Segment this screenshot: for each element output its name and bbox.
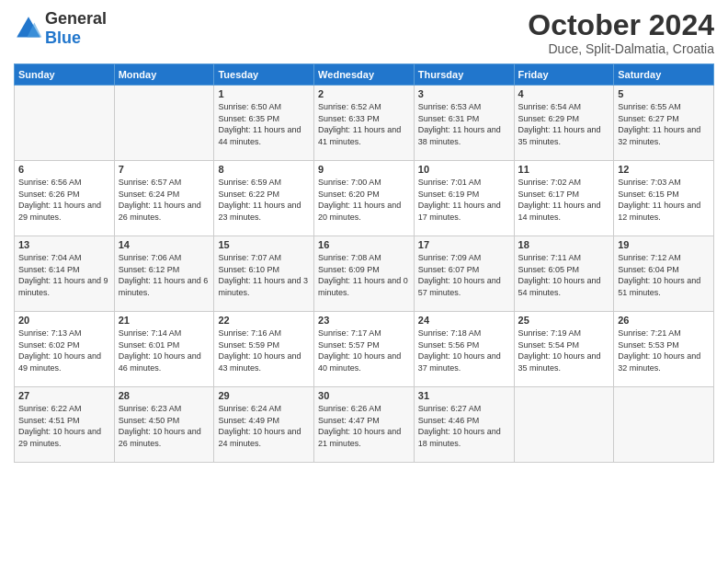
day-info: Sunrise: 7:18 AMSunset: 5:56 PMDaylight:…: [418, 327, 510, 373]
day-number: 8: [218, 164, 310, 175]
calendar-cell: 21Sunrise: 7:14 AMSunset: 6:01 PMDayligh…: [114, 312, 214, 387]
day-info: Sunrise: 7:06 AMSunset: 6:12 PMDaylight:…: [119, 252, 210, 298]
day-number: 27: [18, 390, 110, 401]
sunset: Sunset: 5:59 PM: [218, 340, 279, 350]
daylight: Daylight: 10 hours and 29 minutes.: [18, 427, 101, 448]
daylight: Daylight: 11 hours and 38 minutes.: [418, 125, 501, 146]
sunset: Sunset: 6:09 PM: [318, 265, 380, 274]
sunrise: Sunrise: 7:13 AM: [18, 328, 82, 338]
sunrise: Sunrise: 6:52 AM: [318, 102, 381, 111]
sunrise: Sunrise: 6:26 AM: [318, 404, 381, 413]
daylight: Daylight: 11 hours and 35 minutes.: [518, 125, 601, 146]
daylight: Daylight: 10 hours and 40 minutes.: [318, 351, 401, 373]
location: Duce, Split-Dalmatia, Croatia: [528, 41, 714, 56]
day-info: Sunrise: 6:53 AMSunset: 6:31 PMDaylight:…: [418, 101, 510, 147]
daylight: Daylight: 11 hours and 12 minutes.: [618, 201, 700, 222]
day-number: 17: [418, 239, 510, 250]
day-header-friday: Friday: [514, 64, 614, 86]
week-row-1: 1Sunrise: 6:50 AMSunset: 6:35 PMDaylight…: [15, 86, 714, 161]
day-info: Sunrise: 7:11 AMSunset: 6:05 PMDaylight:…: [518, 252, 610, 298]
day-number: 6: [18, 164, 110, 175]
day-info: Sunrise: 6:57 AMSunset: 6:24 PMDaylight:…: [119, 177, 210, 223]
daylight: Daylight: 10 hours and 54 minutes.: [518, 276, 601, 297]
daylight: Daylight: 10 hours and 21 minutes.: [318, 427, 401, 448]
calendar-cell: 19Sunrise: 7:12 AMSunset: 6:04 PMDayligh…: [614, 236, 714, 312]
day-info: Sunrise: 6:26 AMSunset: 4:47 PMDaylight:…: [318, 403, 410, 449]
sunrise: Sunrise: 7:02 AM: [518, 178, 582, 187]
day-number: 4: [518, 88, 610, 99]
calendar-cell: 13Sunrise: 7:04 AMSunset: 6:14 PMDayligh…: [15, 236, 115, 312]
daylight: Daylight: 11 hours and 41 minutes.: [318, 125, 401, 146]
day-header-sunday: Sunday: [15, 64, 115, 86]
sunset: Sunset: 6:20 PM: [318, 190, 380, 199]
sunrise: Sunrise: 7:09 AM: [418, 253, 482, 262]
day-info: Sunrise: 7:17 AMSunset: 5:57 PMDaylight:…: [318, 327, 410, 373]
day-number: 12: [618, 164, 710, 175]
day-info: Sunrise: 7:07 AMSunset: 6:10 PMDaylight:…: [218, 252, 310, 298]
day-info: Sunrise: 6:52 AMSunset: 6:33 PMDaylight:…: [318, 101, 410, 147]
sunset: Sunset: 4:49 PM: [218, 416, 279, 425]
day-info: Sunrise: 7:09 AMSunset: 6:07 PMDaylight:…: [418, 252, 510, 298]
sunset: Sunset: 4:47 PM: [318, 416, 380, 425]
day-info: Sunrise: 6:23 AMSunset: 4:50 PMDaylight:…: [119, 403, 210, 449]
calendar-cell: 28Sunrise: 6:23 AMSunset: 4:50 PMDayligh…: [114, 387, 214, 463]
sunset: Sunset: 6:24 PM: [119, 190, 180, 199]
daylight: Daylight: 10 hours and 49 minutes.: [18, 351, 101, 373]
daylight: Daylight: 11 hours and 29 minutes.: [18, 201, 101, 222]
day-number: 11: [518, 164, 610, 175]
day-number: 21: [119, 315, 210, 326]
calendar-cell: [514, 387, 614, 463]
sunset: Sunset: 6:14 PM: [18, 265, 80, 274]
daylight: Daylight: 11 hours and 6 minutes.: [119, 276, 209, 297]
calendar-cell: 24Sunrise: 7:18 AMSunset: 5:56 PMDayligh…: [414, 312, 514, 387]
sunrise: Sunrise: 7:14 AM: [119, 328, 182, 338]
logo-blue: Blue: [45, 29, 81, 47]
day-info: Sunrise: 7:19 AMSunset: 5:54 PMDaylight:…: [518, 327, 610, 373]
week-row-5: 27Sunrise: 6:22 AMSunset: 4:51 PMDayligh…: [15, 387, 714, 463]
calendar-cell: 3Sunrise: 6:53 AMSunset: 6:31 PMDaylight…: [414, 86, 514, 161]
daylight: Daylight: 10 hours and 24 minutes.: [218, 427, 301, 448]
sunset: Sunset: 5:53 PM: [618, 340, 679, 350]
sunrise: Sunrise: 7:07 AM: [218, 253, 281, 262]
day-info: Sunrise: 6:59 AMSunset: 6:22 PMDaylight:…: [218, 177, 310, 223]
sunset: Sunset: 4:46 PM: [418, 416, 480, 425]
calendar-cell: 11Sunrise: 7:02 AMSunset: 6:17 PMDayligh…: [514, 161, 614, 236]
daylight: Daylight: 10 hours and 18 minutes.: [418, 427, 501, 448]
logo-general: General: [45, 9, 107, 28]
day-info: Sunrise: 7:08 AMSunset: 6:09 PMDaylight:…: [318, 252, 410, 298]
sunrise: Sunrise: 6:24 AM: [218, 404, 281, 413]
calendar-cell: 10Sunrise: 7:01 AMSunset: 6:19 PMDayligh…: [414, 161, 514, 236]
calendar-cell: 18Sunrise: 7:11 AMSunset: 6:05 PMDayligh…: [514, 236, 614, 312]
sunrise: Sunrise: 7:11 AM: [518, 253, 582, 262]
calendar-cell: 31Sunrise: 6:27 AMSunset: 4:46 PMDayligh…: [414, 387, 514, 463]
day-info: Sunrise: 6:54 AMSunset: 6:29 PMDaylight:…: [518, 101, 610, 147]
sunset: Sunset: 4:51 PM: [18, 416, 80, 425]
day-number: 30: [318, 390, 410, 401]
day-info: Sunrise: 7:03 AMSunset: 6:15 PMDaylight:…: [618, 177, 710, 223]
calendar-cell: 4Sunrise: 6:54 AMSunset: 6:29 PMDaylight…: [514, 86, 614, 161]
daylight: Daylight: 10 hours and 43 minutes.: [218, 351, 301, 373]
header-row: SundayMondayTuesdayWednesdayThursdayFrid…: [15, 64, 714, 86]
daylight: Daylight: 11 hours and 26 minutes.: [119, 201, 201, 222]
day-number: 1: [218, 88, 310, 99]
day-header-monday: Monday: [114, 64, 214, 86]
day-number: 29: [218, 390, 310, 401]
day-number: 15: [218, 239, 310, 250]
sunset: Sunset: 5:57 PM: [318, 340, 380, 350]
calendar-cell: 16Sunrise: 7:08 AMSunset: 6:09 PMDayligh…: [314, 236, 415, 312]
sunrise: Sunrise: 6:57 AM: [119, 178, 182, 187]
day-number: 7: [119, 164, 210, 175]
day-number: 24: [418, 315, 510, 326]
sunrise: Sunrise: 6:55 AM: [618, 102, 681, 111]
calendar-cell: [114, 86, 214, 161]
day-number: 13: [18, 239, 110, 250]
daylight: Daylight: 10 hours and 26 minutes.: [119, 427, 201, 448]
day-number: 22: [218, 315, 310, 326]
day-number: 25: [518, 315, 610, 326]
sunrise: Sunrise: 6:50 AM: [218, 102, 281, 111]
day-number: 9: [318, 164, 410, 175]
header: General Blue October 2024 Duce, Split-Da…: [14, 9, 714, 56]
sunset: Sunset: 6:15 PM: [618, 190, 679, 199]
logo-icon: [14, 14, 43, 43]
day-info: Sunrise: 7:13 AMSunset: 6:02 PMDaylight:…: [18, 327, 110, 373]
